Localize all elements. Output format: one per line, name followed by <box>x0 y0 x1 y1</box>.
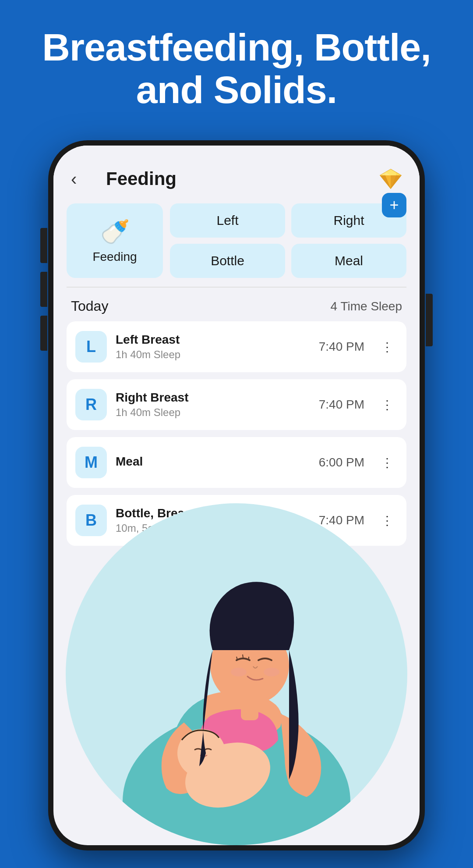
sketch-icon <box>379 167 402 190</box>
phone-shell: ‹ Feeding + <box>48 140 425 850</box>
svg-rect-18 <box>241 703 258 720</box>
left-button[interactable]: Left <box>170 203 285 238</box>
feeding-card[interactable]: 🍼 Feeding <box>67 203 163 278</box>
feeding-emoji: 🍼 <box>100 218 130 245</box>
svg-point-16 <box>231 668 247 676</box>
more-button-bottle[interactable]: ⋮ <box>378 512 398 530</box>
svg-point-17 <box>264 668 279 676</box>
today-header: Today 4 Time Sleep <box>53 288 420 321</box>
phone-screen: ‹ Feeding + <box>53 146 420 845</box>
headline-line2: and Solids. <box>136 68 337 111</box>
add-button[interactable]: + <box>382 193 406 217</box>
feed-time-bottle: 7:40 PM <box>319 513 364 527</box>
illustration-circle <box>66 503 407 845</box>
feed-item-meal[interactable]: M Meal 6:00 PM ⋮ <box>67 437 406 488</box>
feed-avatar-M: M <box>75 447 107 478</box>
more-button-meal[interactable]: ⋮ <box>378 454 398 472</box>
quick-buttons-section: 🍼 Feeding Left Right Bottle Meal <box>53 199 420 287</box>
bottle-button[interactable]: Bottle <box>170 244 285 278</box>
phone-mockup: ‹ Feeding + <box>48 140 425 850</box>
feed-item-left[interactable]: L Left Breast 1h 40m Sleep 7:40 PM ⋮ <box>67 321 406 372</box>
more-button-left[interactable]: ⋮ <box>378 338 398 356</box>
headline: Breastfeeding, Bottle, and Solids. <box>0 0 473 129</box>
feed-info-meal: Meal <box>116 455 310 470</box>
sleep-count: 4 Time Sleep <box>331 299 402 313</box>
feed-sub-right: 1h 40m Sleep <box>116 406 310 419</box>
feed-name-left: Left Breast <box>116 333 310 347</box>
feed-sub-left: 1h 40m Sleep <box>116 349 310 361</box>
headline-line1: Breastfeeding, Bottle, <box>42 25 431 69</box>
feed-time-right: 7:40 PM <box>319 398 364 412</box>
app-header: ‹ Feeding <box>53 146 420 199</box>
button-grid: Left Right Bottle Meal <box>170 203 406 278</box>
feed-time-left: 7:40 PM <box>319 340 364 354</box>
feed-avatar-L: L <box>75 331 107 363</box>
more-button-right[interactable]: ⋮ <box>378 396 398 414</box>
feed-avatar-B: B <box>75 505 107 536</box>
meal-button[interactable]: Meal <box>291 244 406 278</box>
page-title: Feeding <box>106 168 379 189</box>
feed-info-left: Left Breast 1h 40m Sleep <box>116 333 310 361</box>
back-button[interactable]: ‹ <box>71 169 97 189</box>
today-label: Today <box>71 298 108 314</box>
feed-name-right: Right Breast <box>116 391 310 405</box>
feed-time-meal: 6:00 PM <box>319 455 364 470</box>
breastfeeding-illustration <box>88 547 385 845</box>
feeding-card-label: Feeding <box>92 250 137 264</box>
feed-item-right[interactable]: R Right Breast 1h 40m Sleep 7:40 PM ⋮ <box>67 379 406 430</box>
svg-line-14 <box>243 655 243 658</box>
feed-name-meal: Meal <box>116 455 310 469</box>
feed-avatar-R: R <box>75 389 107 420</box>
feed-info-right: Right Breast 1h 40m Sleep <box>116 391 310 419</box>
